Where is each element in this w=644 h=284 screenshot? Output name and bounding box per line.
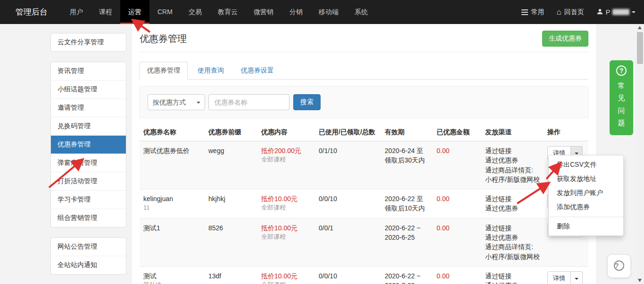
menu-item-add-coupon[interactable]: 添加优惠券 [549,200,623,214]
row-actions-dropdown: 导出CSV文件 获取发放地址 发放到用户账户 添加优惠券 删除 [548,155,624,236]
coupon-name-cell: 测试算杜迪 [140,266,205,284]
sidebar-item-popup-ads[interactable]: 弹窗广告管理 [51,154,126,172]
coupon-channels-cell: 通过链接 通过优惠券 通过商品详情页: 小程序/新版微网校 [481,141,544,189]
sidebar-group-site: 网站公告管理 全站站内通知 [50,237,126,275]
col-header-channels: 发放渠道 [481,124,544,141]
coupon-prefix-cell: hkjhkj [205,189,257,219]
coupon-channels-cell: 通过链接 通过优惠券 [481,189,544,219]
nav-user-menu[interactable]: P [596,8,636,16]
menu-item-export-csv[interactable]: 导出CSV文件 [549,158,623,172]
menu-item-delete[interactable]: 删除 [549,219,623,234]
help-floating-button[interactable]: ? [607,254,631,278]
main-nav: 用户 课程 运营 CRM 交易 教育云 微营销 分销 移动端 系统 [62,0,376,24]
coupon-validity-cell: 2020-6-22 ~ 2020-6-25 [381,218,433,266]
sidebar-item-coupons[interactable]: 优惠券管理 [51,135,126,154]
user-name: P [606,8,610,16]
coupon-actions-cell: 详情 [544,266,588,284]
nav-item-distribution[interactable]: 分销 [281,0,311,24]
chevron-down-icon [197,102,200,104]
faq-floating-button[interactable]: ? 常见问题 [610,60,633,135]
tab-bar: 优惠券管理 使用查询 优惠券设置 [140,62,588,80]
discount-method-value: 按优惠方式 [153,98,186,106]
coupon-name-input[interactable] [208,94,289,110]
nav-item-system[interactable]: 系统 [347,0,376,24]
coupon-validity-cell: 2020-6-24 至 领取后30天内 [381,141,433,189]
col-header-name: 优惠券名称 [140,124,205,141]
col-header-usage: 已使用/已领取/总数 [315,124,381,141]
detail-button[interactable]: 详情 [547,271,571,284]
nav-item-operations[interactable]: 运营 [120,0,149,24]
sidebar-item-learning-cards[interactable]: 学习卡管理 [51,190,126,209]
tab-coupon-manage[interactable]: 优惠券管理 [140,62,188,80]
coupon-name-cell: 测试1 [140,218,205,266]
menu-divider [549,217,623,217]
sidebar-item-redeem-codes[interactable]: 兑换码管理 [51,117,126,135]
user-name-redacted [612,9,629,15]
sidebar: 云文件分享管理 资讯管理 小组话题管理 邀请管理 兑换码管理 优惠券管理 弹窗广… [50,33,126,284]
table-row: 测试1 8526 抵价10.00元全部课程 0/0/1 2020-6-22 ~ … [140,218,588,266]
sidebar-group-operations: 资讯管理 小组话题管理 邀请管理 兑换码管理 优惠券管理 弹窗广告管理 打折活动… [50,62,126,227]
coupon-usage-cell: 0/0/1 [315,218,381,266]
nav-item-educloud[interactable]: 教育云 [210,0,246,24]
col-header-prefix: 优惠券前缀 [205,124,257,141]
search-button[interactable]: 搜索 [293,94,321,110]
nav-item-courses[interactable]: 课程 [91,0,120,24]
vertical-scrollbar[interactable] [636,24,644,284]
scrollbar-thumb[interactable] [637,32,643,64]
col-header-amount: 已优惠金额 [433,124,481,141]
scroll-up-icon[interactable] [638,26,642,29]
sidebar-item-group-topics[interactable]: 小组话题管理 [51,80,126,98]
nav-common-label: 常用 [531,8,544,16]
coupon-prefix-cell: 8526 [205,218,257,266]
table-row: kelingjuan11 hkjhkj 抵价10.00元全部课程 0/0/10 … [140,189,588,219]
nav-item-crm[interactable]: CRM [149,0,181,24]
coupon-name-cell: kelingjuan11 [140,189,205,219]
chevron-down-icon [632,11,636,13]
detail-dropdown-toggle[interactable] [571,271,583,284]
tab-coupon-settings[interactable]: 优惠券设置 [234,62,281,79]
coupon-channels-cell: 通过链接 通过优惠券 [481,266,544,284]
sidebar-item-combo-marketing[interactable]: 组合营销管理 [51,209,126,227]
nav-item-users[interactable]: 用户 [62,0,91,24]
faq-label: 常见问题 [618,80,625,129]
nav-common-button[interactable]: 常用 [521,8,544,16]
sidebar-item-cloud-file-share[interactable]: 云文件分享管理 [51,33,126,51]
discount-method-select[interactable]: 按优惠方式 [148,94,205,110]
coupon-discount-cell: 抵价10.00元全部课程 [257,189,315,219]
chevron-down-icon [575,278,578,280]
chevron-down-icon [575,153,578,154]
sidebar-item-site-announcements[interactable]: 网站公告管理 [51,238,126,256]
menu-item-send-to-user-account[interactable]: 发放到用户账户 [549,186,623,200]
sidebar-item-invitations[interactable]: 邀请管理 [51,98,126,117]
coupon-usage-cell: 0/0/10 [315,266,381,284]
nav-right-group: 常用 ⌂ 回首页 P [521,0,644,24]
coupon-channels-cell: 通过链接 通过优惠券 通过商品详情页: 小程序/新版微网校 [481,218,544,266]
nav-home-button[interactable]: ⌂ 回首页 [556,8,584,16]
table-row: 测试优惠券低价 wegg 抵价200.00元全部课程 0/1/10 2020-6… [140,141,588,189]
user-icon [596,8,603,16]
page-title: 优惠券管理 [140,32,588,45]
nav-item-trade[interactable]: 交易 [181,0,210,24]
app-brand[interactable]: 管理后台 [0,0,62,24]
coupon-usage-cell: 0/1/10 [315,141,381,189]
sidebar-item-discount-activities[interactable]: 打折活动管理 [51,172,126,190]
generate-coupon-button[interactable]: 生成优惠券 [542,31,588,47]
sidebar-item-site-notifications[interactable]: 全站站内通知 [51,256,126,274]
menu-item-get-distribution-url[interactable]: 获取发放地址 [549,172,623,186]
coupon-amount-cell: 0.00 [433,189,481,219]
col-header-validity: 有效期 [381,124,433,141]
sidebar-group-cloud: 云文件分享管理 [50,33,126,52]
coupon-discount-cell: 抵价10.00元全部课程 [257,218,315,266]
sidebar-item-news[interactable]: 资讯管理 [51,62,126,80]
nav-item-wemarketing[interactable]: 微营销 [246,0,281,24]
coupon-validity-cell: 2020-6-22 ~ 2020-7-29 [381,266,433,284]
filter-panel: 按优惠方式 搜索 [140,86,588,118]
top-navbar: 管理后台 用户 课程 运营 CRM 交易 教育云 微营销 分销 移动端 系统 常… [0,0,644,24]
nav-item-mobile[interactable]: 移动端 [311,0,347,24]
tab-usage-query[interactable]: 使用查询 [190,62,231,79]
coupon-prefix-cell: wegg [205,141,257,189]
scroll-down-icon[interactable] [638,279,642,282]
question-icon: ? [614,260,624,271]
question-icon: ? [616,65,627,76]
col-header-discount: 优惠内容 [257,124,315,141]
